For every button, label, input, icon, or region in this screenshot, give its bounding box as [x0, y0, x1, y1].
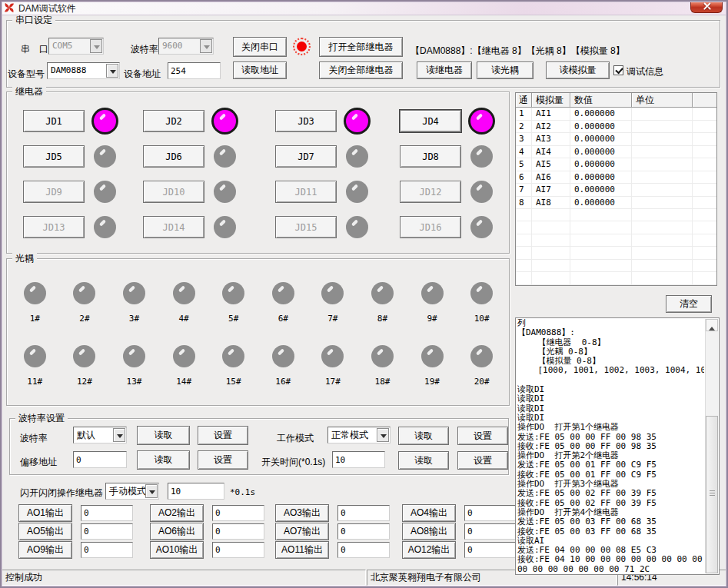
analog-output-button[interactable]: AO11输出: [275, 541, 329, 559]
clear-log-button[interactable]: 清空: [666, 295, 712, 313]
read-analog-button[interactable]: 读模拟量: [546, 61, 610, 79]
column-header-channel[interactable]: 通: [516, 93, 532, 107]
analog-output-button[interactable]: AO6输出: [150, 523, 204, 540]
table-row[interactable]: 8 AI8 0.000000: [516, 197, 716, 210]
relay-button[interactable]: JD7: [275, 145, 337, 168]
read-switch-time-button[interactable]: 读取: [398, 451, 449, 470]
analog-output-button[interactable]: AO5输出: [18, 523, 72, 540]
read-offset-button[interactable]: 读取: [137, 450, 190, 470]
table-row[interactable]: 2 AI2 0.000000: [516, 121, 716, 134]
set-workmode-button[interactable]: 设置: [457, 427, 508, 445]
table-row[interactable]: 4 AI4 0.000000: [516, 146, 716, 159]
table-row[interactable]: 1 AI1 0.000000: [516, 108, 716, 121]
relay-cell: JD5: [23, 145, 143, 168]
close-button[interactable]: [690, 0, 723, 13]
column-header-unit[interactable]: 单位: [632, 93, 693, 107]
relay-cell: JD13: [23, 216, 143, 238]
workmode-combo[interactable]: 正常模式: [327, 427, 391, 443]
relay-button[interactable]: JD4: [400, 110, 461, 132]
chevron-down-icon[interactable]: [113, 428, 125, 442]
set-offset-button[interactable]: 设置: [198, 450, 248, 470]
analog-output-button[interactable]: AO4输出: [402, 504, 456, 522]
relay-button[interactable]: JD14: [143, 216, 204, 238]
relay-button[interactable]: JD12: [400, 181, 461, 203]
analog-output-button[interactable]: AO7输出: [275, 523, 329, 540]
log-text: 列 【DAM0888】: 【继电器 0-8】 【光耦 0-8】 【模拟量 0-8…: [517, 319, 704, 573]
flash-time-input[interactable]: [168, 483, 224, 500]
analog-output-input[interactable]: [81, 523, 133, 540]
analog-output-input[interactable]: [81, 542, 133, 558]
read-address-button[interactable]: 读取地址: [233, 61, 287, 79]
scroll-up-icon[interactable]: [706, 319, 718, 331]
relay-button[interactable]: JD11: [275, 181, 337, 203]
relay-button[interactable]: JD5: [23, 145, 85, 168]
debug-info-checkbox[interactable]: [613, 65, 623, 75]
relay-button[interactable]: JD8: [400, 145, 461, 168]
analog-output-input[interactable]: [212, 523, 264, 540]
read-opto-button[interactable]: 读光耦: [477, 61, 534, 79]
analog-output-input[interactable]: [464, 505, 517, 521]
table-row[interactable]: 5 AI5 0.000000: [516, 158, 716, 171]
analog-output-button[interactable]: AO9输出: [18, 541, 72, 559]
opto-label: 4#: [178, 314, 188, 324]
workmode-label: 工作模式: [277, 432, 314, 445]
address-input[interactable]: [168, 62, 221, 79]
analog-output-button[interactable]: AO3输出: [275, 504, 329, 522]
relay-button[interactable]: JD2: [143, 110, 204, 132]
model-combo[interactable]: DAM0888: [47, 62, 120, 79]
read-workmode-button[interactable]: 读取: [398, 427, 449, 445]
table-row[interactable]: 3 AI3 0.000000: [516, 133, 716, 146]
relay-button[interactable]: JD3: [275, 110, 337, 132]
port-combo[interactable]: COM5: [48, 38, 104, 55]
opto-led-indicator: [421, 282, 444, 304]
set-switch-time-button[interactable]: 设置: [457, 451, 508, 470]
switch-time-input[interactable]: [332, 451, 385, 468]
analog-output-input[interactable]: [81, 505, 133, 521]
relay-button[interactable]: JD13: [23, 216, 85, 238]
close-port-button[interactable]: 关闭串口: [233, 37, 287, 57]
chevron-down-icon[interactable]: [200, 39, 212, 53]
chevron-down-icon[interactable]: [377, 428, 389, 442]
chevron-down-icon[interactable]: [106, 64, 118, 78]
read-relays-button[interactable]: 读继电器: [417, 61, 472, 79]
analog-output-button[interactable]: AO12输出: [402, 541, 456, 559]
relay-button[interactable]: JD9: [23, 181, 85, 203]
analog-output-input[interactable]: [337, 523, 390, 540]
analog-output-input[interactable]: [464, 523, 517, 540]
opto-led-indicator: [173, 345, 195, 367]
flash-mode-combo[interactable]: 手动模式: [105, 483, 159, 500]
relay-button[interactable]: JD10: [143, 181, 204, 203]
set-baud-button[interactable]: 设置: [198, 426, 248, 445]
analog-output-button[interactable]: AO2输出: [150, 504, 204, 522]
column-header-analog[interactable]: 模拟量: [532, 93, 570, 107]
analog-output-input[interactable]: [212, 542, 264, 558]
table-row[interactable]: 7 AI7 0.000000: [516, 184, 716, 197]
chevron-down-icon[interactable]: [145, 484, 158, 498]
log-panel[interactable]: 列 【DAM0888】: 【继电器 0-8】 【光耦 0-8】 【模拟量 0-8…: [515, 317, 720, 575]
opto-label: 16#: [275, 377, 291, 387]
analog-output-input[interactable]: [464, 542, 517, 558]
open-all-relays-button[interactable]: 打开全部继电器: [319, 37, 403, 57]
close-all-relays-button[interactable]: 关闭全部继电器: [319, 61, 403, 79]
analog-output-input[interactable]: [212, 505, 264, 521]
analog-output-button[interactable]: AO10输出: [150, 541, 204, 559]
relay-button[interactable]: JD16: [400, 216, 461, 238]
analog-output-input[interactable]: [337, 542, 390, 558]
chevron-down-icon[interactable]: [90, 39, 102, 53]
relay-button[interactable]: JD1: [23, 110, 85, 132]
relay-cell: JD15: [275, 216, 400, 238]
read-baud-button[interactable]: 读取: [137, 426, 190, 445]
relay-led-indicator: [214, 181, 236, 203]
column-header-value[interactable]: 数值: [570, 93, 632, 107]
baudrate-combo[interactable]: 9600: [158, 38, 214, 55]
log-scrollbar[interactable]: [705, 319, 718, 573]
analog-output-button[interactable]: AO1输出: [18, 504, 72, 522]
offset-address-input[interactable]: [73, 451, 127, 468]
table-row[interactable]: 6 AI6 0.000000: [516, 171, 716, 184]
relay-button[interactable]: JD15: [275, 216, 337, 238]
analog-output-button[interactable]: AO8输出: [402, 523, 456, 540]
analog-output-input[interactable]: [337, 505, 390, 521]
scrollbar-thumb[interactable]: [706, 416, 718, 573]
baudrate-setting-combo[interactable]: 默认: [73, 427, 127, 443]
relay-button[interactable]: JD6: [143, 145, 204, 168]
